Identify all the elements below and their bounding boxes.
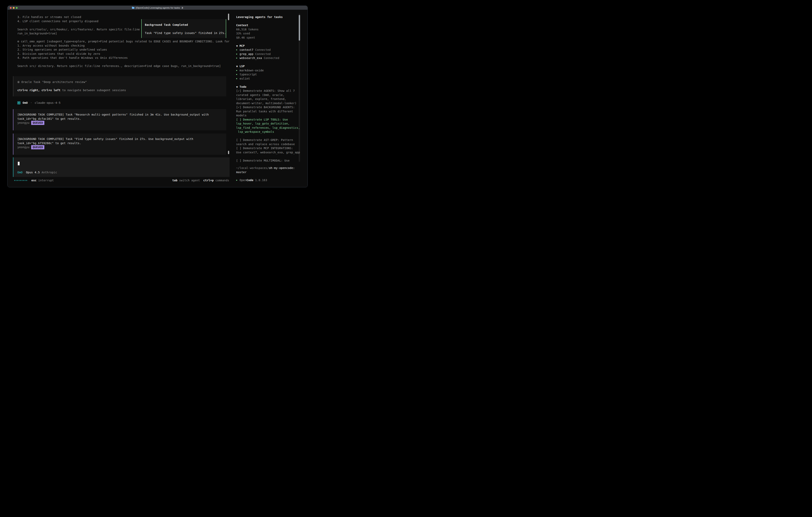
main-scrollbar-thumb-top[interactable] — [228, 13, 229, 20]
version-number: 1.0.163 — [253, 179, 267, 182]
status-badge: QUEUED — [31, 121, 45, 125]
brand-open: Open — [239, 179, 246, 182]
main-scrollbar-thumb-bottom[interactable] — [228, 151, 229, 154]
lsp-item: typescript — [236, 72, 302, 77]
agent-square-icon — [18, 101, 20, 104]
minimize-button[interactable] — [13, 7, 14, 9]
todo-item-agents: [✓] Demonstrate AGENTS: Show all 7curate… — [236, 89, 302, 105]
path-prefix: ~/local-workspaces/ — [236, 166, 269, 169]
context-stats: 66,518 tokens33% used$0.46 spent — [236, 27, 302, 40]
titlebar[interactable]: [OpenCode] Leveraging agents for tasks ◑ — [8, 6, 308, 10]
lsp-name: eslint — [239, 77, 250, 80]
toast-title: Background Task Completed — [145, 23, 223, 27]
lsp-item: eslint — [236, 77, 302, 81]
half-circle-icon: ◑ — [181, 6, 183, 9]
mcp-item: context7Connected — [236, 48, 302, 52]
input-meta: OmOOpus 4.5Anthropic — [18, 170, 57, 174]
oracle-task-panel: Oracle Task "Deep architecture review" c… — [13, 76, 226, 97]
activity-dots — [14, 180, 27, 181]
input-agent: OmO — [18, 171, 23, 174]
oracle-hint-keys: ctrl+x right, ctrl+x left — [18, 88, 61, 92]
input-provider: Anthropic — [41, 171, 57, 174]
title-group: [OpenCode] Leveraging agents for tasks ◑ — [8, 6, 308, 9]
mcp-name: grep_app — [239, 52, 253, 56]
mcp-status: Connected — [255, 52, 271, 56]
terminal-content: 3. File handles or streams not closed4. … — [8, 10, 308, 187]
message-author: yeongyu — [18, 145, 29, 149]
message-task-research: [BACKGROUND TASK COMPLETED] Task "Resear… — [13, 109, 226, 130]
git-branch: master — [236, 170, 295, 174]
app-window: [OpenCode] Leveraging agents for tasks ◑… — [7, 6, 308, 187]
message-meta: yeongyuQUEUED — [18, 121, 226, 125]
mcp-name: websearch_exa — [239, 56, 262, 60]
sidebar-flow: Leveraging agents for tasks Context 66,5… — [236, 15, 302, 163]
green-dot-icon — [236, 77, 239, 81]
sidebar: Leveraging agents for tasks Context 66,5… — [233, 10, 308, 187]
lsp-name: markdown-oxide — [239, 69, 264, 72]
message-line2: task_id="bg_6f59260c" to get results. — [18, 141, 226, 145]
green-dot-icon — [236, 178, 239, 182]
mcp-name: context7 — [239, 48, 253, 51]
oracle-hint-text: to navigate between subagent sessions — [61, 88, 126, 92]
close-button[interactable] — [10, 7, 11, 9]
maximize-button[interactable] — [16, 7, 18, 9]
path-repo: oh-my-opencode: — [269, 166, 295, 169]
text-cursor — [18, 162, 20, 165]
agent-call-block: ⚙call_omo_agent [subagent_type=explore, … — [18, 39, 230, 68]
todo-item-background-agents: [✓] Demonstrate BACKGROUND AGENTS:Run pa… — [236, 105, 302, 117]
agent-call-text: call_omo_agent [subagent_type=explore, p… — [21, 40, 230, 43]
green-dot-icon — [236, 69, 239, 73]
mcp-heading: MCP — [239, 44, 245, 47]
input-model: Opus 4.5 — [26, 171, 40, 174]
section-todo[interactable]: ▼Todo — [236, 85, 302, 89]
message-line1: [BACKGROUND TASK COMPLETED] Task "Find t… — [18, 137, 226, 141]
collapse-triangle-icon: ▼ — [236, 86, 238, 88]
context-heading: Context — [236, 23, 302, 27]
todo-heading: Todo — [239, 85, 246, 88]
todo-item-lsp-tools: [ ] Demonstrate LSP TOOLS: Uselsp_hover,… — [236, 117, 302, 134]
status-badge: QUEUED — [31, 145, 45, 149]
window-title: [OpenCode] Leveraging agents for tasks — [136, 7, 180, 9]
todo-item-multimodal: [ ] Demonstrate MULTIMODAL: Use — [236, 159, 302, 163]
collapse-triangle-icon: ▼ — [236, 65, 238, 68]
message-meta: yeongyuQUEUED — [18, 145, 226, 149]
brand-code: Code — [246, 179, 254, 182]
agent-separator: · — [30, 101, 32, 105]
traffic-lights — [10, 6, 18, 10]
green-dot-icon — [236, 48, 239, 52]
section-lsp[interactable]: ▼LSP — [236, 64, 302, 69]
folder-icon — [132, 7, 135, 9]
green-dot-icon — [236, 72, 239, 77]
background-task-toast: Background Task Completed Task "Find typ… — [141, 19, 226, 38]
session-title: Leveraging agents for tasks — [236, 15, 302, 19]
lsp-item: markdown-oxide — [236, 69, 302, 73]
mcp-item: websearch_exaConnected — [236, 56, 302, 60]
green-dot-icon — [236, 52, 239, 56]
section-mcp[interactable]: ▼MCP — [236, 44, 302, 48]
oracle-title: Oracle Task "Deep architecture review" — [21, 80, 87, 84]
message-author: yeongyu — [18, 121, 29, 124]
message-line1: [BACKGROUND TASK COMPLETED] Task "Resear… — [18, 113, 226, 117]
agent-header: OmO · claude-opus-4-5 — [18, 101, 61, 105]
collapse-triangle-icon: ▼ — [236, 45, 238, 47]
chat-main: 3. File handles or streams not closed4. … — [8, 10, 233, 187]
scrollback-text: 3. File handles or streams not closed4. … — [18, 15, 140, 35]
todo-item-ast-grep: [ ] Demonstrate AST-GREP: Patternsearch … — [236, 138, 302, 146]
fisheye-icon — [18, 81, 20, 83]
agent-model: claude-opus-4-5 — [35, 101, 61, 105]
shortcut-right: tab switch agent ctrl+p commands — [172, 178, 229, 183]
prompt-input[interactable]: OmOOpus 4.5Anthropic — [13, 157, 230, 177]
mcp-status: Connected — [255, 48, 271, 51]
oracle-hint-line: ctrl+x right, ctrl+x left to navigate be… — [18, 88, 226, 92]
message-line2: task_id="bg_dcfac161" to get results. — [18, 117, 226, 121]
lsp-heading: LSP — [239, 64, 245, 68]
agent-name: OmO — [23, 101, 28, 105]
oracle-title-line: Oracle Task "Deep architecture review" — [18, 80, 226, 84]
toast-body: Task "Find type safety issues" finished … — [145, 31, 223, 35]
message-task-typesafety: [BACKGROUND TASK COMPLETED] Task "Find t… — [13, 134, 226, 155]
app-version: OpenCode 1.0.163 — [236, 178, 267, 182]
agent-call-line: ⚙call_omo_agent [subagent_type=explore, … — [18, 39, 230, 44]
workspace-path: ~/local-workspaces/oh-my-opencode: maste… — [236, 166, 295, 174]
mcp-status: Connected — [264, 56, 279, 60]
agent-call-body: 1. Array access without bounds checking2… — [18, 44, 230, 68]
